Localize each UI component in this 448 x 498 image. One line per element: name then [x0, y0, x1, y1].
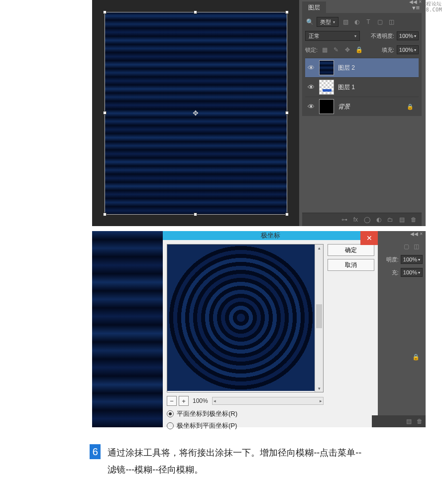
filter-pixel-icon[interactable]: ▧: [341, 17, 350, 26]
filter-row: 🔍 类型 ▾ ▧ ◐ T ▢ ◫: [305, 16, 419, 28]
transform-bounds[interactable]: ✥: [105, 12, 287, 215]
transform-handle-br[interactable]: [285, 213, 289, 216]
trash-icon[interactable]: 🗑: [411, 216, 417, 223]
lock-transparent-icon[interactable]: ▦: [320, 45, 329, 54]
preview-column: − + 100% ◂▸ 平面坐标到极坐标(R) 极坐标到平面坐标(P): [167, 244, 324, 430]
filter-type-icon[interactable]: T: [364, 17, 373, 26]
visibility-eye-icon[interactable]: 👁: [307, 83, 315, 91]
blend-mode-dropdown[interactable]: 正常 ▾: [305, 31, 360, 41]
opacity-value-input[interactable]: 100% ▾: [397, 31, 419, 40]
radio-rect-to-polar[interactable]: 平面坐标到极坐标(R): [167, 409, 324, 418]
canvas-content[interactable]: ✥: [105, 12, 287, 215]
fill-value-input[interactable]: 100% ▾: [401, 268, 423, 277]
screenshot-layers-panel: ✥ ◀◀ × 图层 ▾≡ 🔍 类型 ▾ ▧ ◐ T ▢ ◫: [92, 0, 426, 226]
lock-icon: 🔒: [407, 104, 414, 110]
new-layer-icon[interactable]: ▤: [399, 216, 405, 223]
layers-panel-partial: ◀◀ × ▢ ◫ 明度: 100% ▾ 充: 100% ▾ 🔒: [378, 231, 426, 427]
new-layer-icon[interactable]: ▤: [406, 418, 412, 425]
transform-handle-tr[interactable]: [285, 10, 289, 14]
chevron-down-icon: ▾: [414, 34, 416, 38]
polar-preview-image[interactable]: [167, 245, 315, 391]
cancel-button[interactable]: 取消: [328, 259, 374, 271]
scrollbar-thumb[interactable]: [316, 304, 322, 328]
transform-handle-tm[interactable]: [194, 10, 197, 14]
opacity-value-input[interactable]: 100% ▾: [401, 255, 423, 264]
lock-all-icon[interactable]: 🔒: [354, 45, 363, 54]
chevron-down-icon: ▾: [354, 34, 356, 38]
layer-row[interactable]: 👁 背景 🔒: [305, 97, 419, 116]
panel-menu-icon[interactable]: ▾≡: [412, 4, 422, 11]
blend-row: 正常 ▾ 不透明度: 100% ▾: [305, 30, 419, 42]
filter-type-label: 类型: [320, 18, 331, 26]
canvas-strip: [92, 231, 163, 427]
lock-icon: 🔒: [412, 354, 420, 361]
group-icon[interactable]: 🗀: [387, 216, 393, 223]
dialog-container: 极坐标 ✕ − + 100% ◂▸: [163, 231, 426, 427]
dialog-titlebar[interactable]: 极坐标 ✕: [163, 231, 378, 240]
fill-label-partial: 充:: [392, 269, 399, 276]
layer-thumbnail[interactable]: [319, 80, 334, 95]
polar-coordinates-dialog: 极坐标 ✕ − + 100% ◂▸: [163, 231, 378, 427]
radio-polar-to-rect[interactable]: 极坐标到平面坐标(P): [167, 421, 324, 430]
tutorial-step: 6 通过涂抹工具将，将衔接出涂抹一下。增加径向模糊--点击菜单--滤镜---模糊…: [90, 444, 368, 478]
opacity-label-partial: 明度:: [386, 256, 399, 263]
lock-row: 锁定: ▦ ✎ ✥ 🔒 填充: 100% ▾: [305, 44, 419, 56]
filter-adjust-icon[interactable]: ◐: [352, 17, 361, 26]
zoom-in-button[interactable]: +: [179, 396, 189, 406]
layers-panel: ◀◀ × 图层 ▾≡ 🔍 类型 ▾ ▧ ◐ T ▢ ◫ 正常 ▾: [299, 0, 426, 226]
lock-position-icon[interactable]: ✥: [343, 45, 352, 54]
panel-collapse-icon[interactable]: ◀◀ ×: [410, 231, 423, 237]
zoom-out-button[interactable]: −: [167, 396, 177, 406]
preview-box: [167, 244, 324, 392]
fill-value: 100%: [399, 47, 413, 53]
layer-row[interactable]: 👁 图层 2: [305, 58, 419, 77]
layer-fx-icon[interactable]: fx: [353, 216, 358, 223]
chevron-down-icon: ▾: [333, 20, 335, 24]
lock-paint-icon[interactable]: ✎: [332, 45, 340, 54]
opacity-label: 不透明度:: [371, 32, 394, 40]
layer-row[interactable]: 👁 图层 1: [305, 77, 419, 97]
fill-value-input[interactable]: 100% ▾: [397, 45, 419, 54]
filter-smart-icon[interactable]: ◫: [412, 242, 421, 251]
transform-center-icon[interactable]: ✥: [192, 110, 199, 117]
lock-label: 锁定:: [305, 46, 318, 54]
close-button[interactable]: ✕: [360, 231, 378, 245]
adjustment-layer-icon[interactable]: ◐: [376, 216, 381, 223]
layer-mask-icon[interactable]: ◯: [364, 216, 370, 223]
dialog-buttons: 确定 取消: [328, 244, 374, 430]
blend-mode-value: 正常: [309, 32, 320, 40]
layer-name[interactable]: 图层 1: [338, 83, 417, 92]
transform-handle-bl[interactable]: [103, 213, 107, 216]
transform-handle-mr[interactable]: [285, 111, 289, 115]
layers-panel-footer: ▤ 🗑: [372, 415, 426, 427]
visibility-eye-icon[interactable]: 👁: [307, 64, 315, 72]
panel-body: 🔍 类型 ▾ ▧ ◐ T ▢ ◫ 正常 ▾ 不透明度: 100%: [302, 13, 422, 116]
filter-shape-icon[interactable]: ▢: [375, 17, 384, 26]
filter-smart-icon[interactable]: ◫: [387, 17, 396, 26]
link-layers-icon[interactable]: ⊶: [341, 216, 347, 223]
trash-icon[interactable]: 🗑: [417, 418, 423, 425]
layers-list: 👁 图层 2 👁 图层 1 👁 背景 🔒: [305, 58, 419, 116]
vertical-scrollbar[interactable]: [315, 245, 323, 392]
radio-icon: [167, 410, 174, 417]
layer-thumbnail[interactable]: [319, 99, 334, 114]
radio-label: 平面坐标到极坐标(R): [177, 409, 237, 418]
screenshot-polar-dialog: 极坐标 ✕ − + 100% ◂▸: [92, 231, 426, 427]
transform-handle-ml[interactable]: [103, 111, 107, 115]
horizontal-scrollbar[interactable]: ◂▸: [212, 397, 324, 405]
search-icon[interactable]: 🔍: [305, 17, 314, 26]
layer-thumbnail[interactable]: [319, 60, 334, 75]
dialog-body: − + 100% ◂▸ 平面坐标到极坐标(R) 极坐标到平面坐标(P): [163, 240, 378, 434]
layer-name[interactable]: 图层 2: [338, 64, 417, 72]
panel-collapse-icon[interactable]: ◀◀ ×: [409, 0, 422, 4]
ok-button[interactable]: 确定: [328, 244, 374, 256]
transform-handle-bm[interactable]: [194, 213, 197, 216]
zoom-level: 100%: [193, 397, 208, 404]
filter-type-dropdown[interactable]: 类型 ▾: [317, 17, 338, 27]
visibility-eye-icon[interactable]: 👁: [307, 103, 315, 111]
filter-shape-icon[interactable]: ▢: [402, 242, 411, 251]
chevron-down-icon: ▾: [418, 257, 420, 262]
transform-handle-tl[interactable]: [103, 10, 107, 14]
tab-layers[interactable]: 图层: [302, 1, 326, 14]
layer-name[interactable]: 背景: [338, 103, 403, 111]
